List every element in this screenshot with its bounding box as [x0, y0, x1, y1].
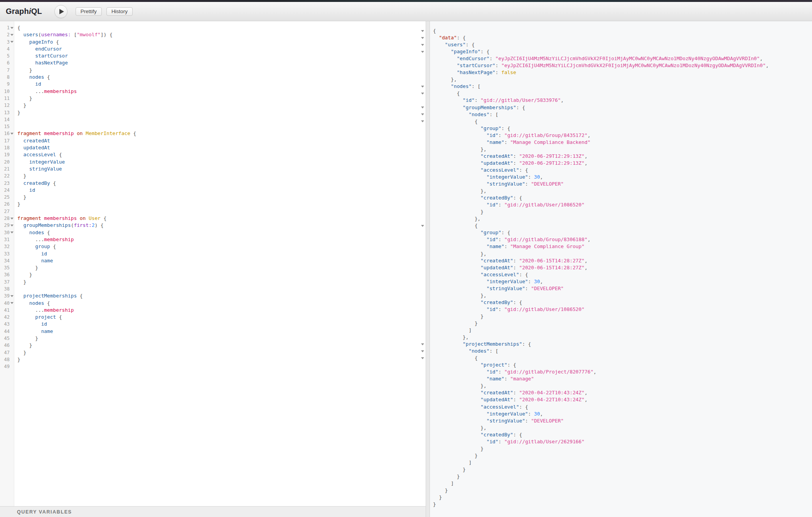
code-line[interactable]: 32 group { [0, 243, 426, 250]
code-line[interactable]: 22 } [0, 172, 426, 179]
fold-arrow-icon[interactable] [10, 218, 13, 220]
fold-arrow-icon[interactable] [421, 120, 424, 122]
code-line[interactable]: 25 } [0, 194, 426, 201]
fold-arrow-icon[interactable] [421, 113, 424, 115]
code-line[interactable]: 12 } [0, 102, 426, 109]
result-line: "createdAt": "2020-06-29T12:29:13Z", [433, 153, 812, 160]
code-line[interactable]: 48} [0, 356, 426, 363]
code-line[interactable]: 24 id [0, 187, 426, 194]
line-number: 19 [0, 151, 10, 158]
fold-arrow-icon[interactable] [10, 225, 13, 226]
code-line[interactable]: 47 } [0, 349, 426, 356]
code-line[interactable]: 15 [0, 123, 426, 130]
code-line[interactable]: 2 users(usernames: ["mwoolf"]) { [0, 31, 426, 38]
code-line[interactable]: 35 } [0, 264, 426, 271]
code-line[interactable]: 27 [0, 208, 426, 215]
result-line: "updatedAt": "2020-06-29T12:29:13Z", [433, 160, 812, 167]
execute-query-button[interactable] [54, 5, 67, 18]
result-line: "createdBy": { [433, 299, 812, 306]
fold-arrow-icon[interactable] [10, 302, 13, 304]
fold-arrow-icon[interactable] [421, 343, 424, 345]
code-line[interactable]: 20 integerValue [0, 159, 426, 166]
code-line[interactable]: 28fragment memberships on User { [0, 215, 426, 222]
fold-arrow-icon[interactable] [10, 231, 13, 233]
code-line[interactable]: 38 [0, 286, 426, 292]
line-number: 39 [0, 292, 10, 299]
line-number: 29 [0, 222, 10, 229]
fold-arrow-icon[interactable] [421, 37, 424, 39]
fold-arrow-icon[interactable] [10, 34, 13, 36]
result-line: } [433, 313, 812, 320]
line-number: 25 [0, 194, 10, 201]
code-line[interactable]: 13} [0, 109, 426, 116]
fold-arrow-icon[interactable] [10, 27, 13, 29]
code-line[interactable]: 33 id [0, 250, 426, 257]
line-number: 36 [0, 271, 10, 278]
line-number: 33 [0, 250, 10, 257]
code-line[interactable]: 6 hasNextPage [0, 59, 426, 66]
fold-arrow-icon[interactable] [421, 44, 424, 46]
line-number: 2 [0, 31, 10, 38]
fold-arrow-icon[interactable] [421, 106, 424, 108]
code-line[interactable]: 45 } [0, 335, 426, 342]
code-line[interactable]: 41 ...membership [0, 307, 426, 314]
code-line[interactable]: 21 stringValue [0, 166, 426, 172]
code-line[interactable]: 11 } [0, 95, 426, 102]
result-line: { [433, 355, 812, 362]
code-line[interactable]: 7 } [0, 67, 426, 74]
code-line[interactable]: 8 nodes { [0, 74, 426, 81]
query-editor[interactable]: 1{2 users(usernames: ["mwoolf"]) {3 page… [0, 21, 426, 517]
code-line[interactable]: 42 project { [0, 314, 426, 321]
fold-arrow-icon[interactable] [10, 133, 13, 135]
code-line[interactable]: 17 createdAt [0, 137, 426, 144]
code-line[interactable]: 10 ...memberships [0, 88, 426, 95]
result-line: { [433, 118, 812, 125]
line-number: 6 [0, 59, 10, 66]
query-variables-bar[interactable]: QUERY VARIABLES [0, 506, 426, 517]
code-line[interactable]: 46 } [0, 342, 426, 349]
line-number: 35 [0, 264, 10, 271]
code-line[interactable]: 29 groupMemberships(first:2) { [0, 222, 426, 229]
result-line: "group": { [433, 125, 812, 132]
line-number: 24 [0, 187, 10, 194]
code-line[interactable]: 43 id [0, 321, 426, 328]
code-line[interactable]: 26} [0, 201, 426, 208]
query-code[interactable]: 1{2 users(usernames: ["mwoolf"]) {3 page… [0, 21, 426, 370]
code-line[interactable]: 16fragment membership on MemberInterface… [0, 130, 426, 137]
line-number: 12 [0, 102, 10, 109]
code-line[interactable]: 39 projectMemberships { [0, 292, 426, 299]
code-line[interactable]: 49 [0, 363, 426, 370]
code-line[interactable]: 3 pageInfo { [0, 39, 426, 46]
code-line[interactable]: 1{ [0, 24, 426, 31]
fold-arrow-icon[interactable] [421, 86, 424, 88]
code-line[interactable]: 4 endCursor [0, 46, 426, 52]
fold-arrow-icon[interactable] [421, 93, 424, 95]
prettify-button[interactable]: Prettify [76, 7, 102, 16]
code-line[interactable]: 5 startCursor [0, 52, 426, 59]
fold-arrow-icon[interactable] [421, 350, 424, 352]
fold-arrow-icon[interactable] [421, 357, 424, 359]
code-line[interactable]: 36 } [0, 271, 426, 278]
code-line[interactable]: 9 id [0, 81, 426, 88]
history-button[interactable]: History [106, 7, 133, 16]
code-line[interactable]: 44 name [0, 328, 426, 335]
code-line[interactable]: 30 nodes { [0, 229, 426, 236]
code-line[interactable]: 31 ...membership [0, 236, 426, 243]
fold-arrow-icon[interactable] [421, 51, 424, 53]
fold-arrow-icon[interactable] [421, 30, 424, 32]
code-line[interactable]: 34 name [0, 257, 426, 264]
code-line[interactable]: 14 [0, 116, 426, 123]
code-line[interactable]: 19 accessLevel { [0, 151, 426, 158]
fold-arrow-icon[interactable] [10, 295, 13, 297]
result-fold-gutter[interactable] [419, 21, 426, 508]
code-line[interactable]: 40 nodes { [0, 300, 426, 307]
code-line[interactable]: 23 createdBy { [0, 180, 426, 187]
pane-divider[interactable] [426, 21, 430, 517]
code-line[interactable]: 18 updatedAt [0, 144, 426, 151]
line-number: 11 [0, 95, 10, 102]
fold-arrow-icon[interactable] [10, 41, 13, 43]
graphiql-logo: GraphiQL [6, 7, 42, 16]
fold-arrow-icon[interactable] [421, 225, 424, 227]
query-variables-title: QUERY VARIABLES [17, 509, 72, 515]
code-line[interactable]: 37 } [0, 279, 426, 286]
